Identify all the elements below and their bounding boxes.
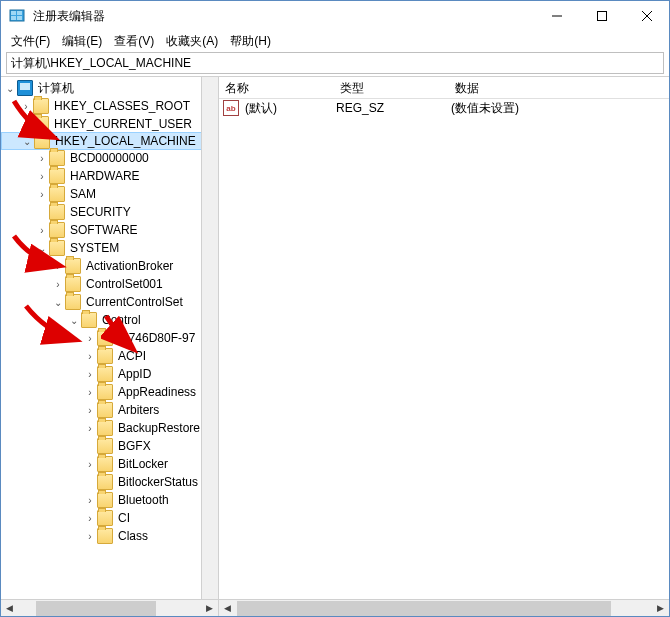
menu-view[interactable]: 查看(V) (108, 31, 160, 52)
tree-label: HARDWARE (68, 169, 142, 183)
expander-icon[interactable]: › (83, 529, 97, 543)
tree-label: Class (116, 529, 150, 543)
column-data[interactable]: 数据 (449, 77, 669, 98)
tree-item-security[interactable]: › SECURITY (1, 203, 218, 221)
folder-icon (49, 222, 65, 238)
expander-icon[interactable]: › (83, 493, 97, 507)
minimize-button[interactable] (534, 1, 579, 31)
tree-label: Bluetooth (116, 493, 171, 507)
expander-icon[interactable]: › (35, 169, 49, 183)
expander-icon[interactable]: › (83, 421, 97, 435)
tree-item[interactable]: ›CI (1, 509, 218, 527)
tree-label: CurrentControlSet (84, 295, 185, 309)
tree-item[interactable]: ›AppReadiness (1, 383, 218, 401)
expander-icon[interactable]: › (51, 259, 65, 273)
tree-item-software[interactable]: › SOFTWARE (1, 221, 218, 239)
tree-item[interactable]: ›BitLocker (1, 455, 218, 473)
list-header: 名称 类型 数据 (219, 77, 669, 99)
folder-icon (97, 330, 113, 346)
tree-item-activationbroker[interactable]: › ActivationBroker (1, 257, 218, 275)
scroll-track[interactable] (18, 600, 201, 617)
expander-icon[interactable]: › (19, 99, 33, 113)
expander-icon[interactable]: › (83, 457, 97, 471)
tree-vscrollbar[interactable] (201, 77, 218, 599)
tree-label: SECURITY (68, 205, 133, 219)
expander-icon[interactable]: ⌄ (67, 313, 81, 327)
tree-item-sam[interactable]: › SAM (1, 185, 218, 203)
tree-item[interactable]: ›ACPI (1, 347, 218, 365)
menu-help[interactable]: 帮助(H) (224, 31, 277, 52)
tree-item-controlset001[interactable]: › ControlSet001 (1, 275, 218, 293)
value-row-default[interactable]: ab (默认) REG_SZ (数值未设置) (219, 99, 669, 117)
scroll-thumb[interactable] (36, 601, 156, 616)
tree-item-computer[interactable]: ⌄ 计算机 (1, 79, 218, 97)
expander-icon[interactable]: › (83, 349, 97, 363)
expander-icon[interactable]: › (19, 117, 33, 131)
address-bar[interactable]: 计算机\HKEY_LOCAL_MACHINE (6, 52, 664, 74)
tree-item-bcd[interactable]: › BCD00000000 (1, 149, 218, 167)
expander-icon[interactable]: › (83, 367, 97, 381)
value-type: REG_SZ (334, 101, 449, 115)
tree-label: AppReadiness (116, 385, 198, 399)
scroll-track[interactable] (236, 600, 652, 617)
tree-item[interactable]: ›Bluetooth (1, 491, 218, 509)
expander-icon[interactable]: › (83, 511, 97, 525)
expander-icon[interactable]: ⌄ (20, 134, 34, 148)
scroll-left-icon[interactable]: ◀ (219, 600, 236, 617)
folder-icon (34, 133, 50, 149)
expander-icon[interactable]: › (35, 187, 49, 201)
svg-rect-1 (11, 11, 16, 15)
tree-scroll[interactable]: ⌄ 计算机 › HKEY_CLASSES_ROOT › HKEY_CURRENT… (1, 77, 218, 599)
tree-item[interactable]: ›BackupRestore (1, 419, 218, 437)
column-type[interactable]: 类型 (334, 77, 449, 98)
folder-icon (97, 438, 113, 454)
folder-icon (65, 276, 81, 292)
expander-icon[interactable]: › (51, 277, 65, 291)
folder-icon (97, 420, 113, 436)
tree-item-currentcontrolset[interactable]: ⌄ CurrentControlSet (1, 293, 218, 311)
tree-item-control[interactable]: ⌄ Control (1, 311, 218, 329)
registry-tree: ⌄ 计算机 › HKEY_CLASSES_ROOT › HKEY_CURRENT… (1, 77, 218, 547)
close-icon (642, 11, 652, 21)
scroll-thumb[interactable] (237, 601, 611, 616)
expander-icon[interactable]: › (83, 403, 97, 417)
tree-hscrollbar[interactable]: ◀ ▶ (1, 599, 218, 616)
svg-rect-2 (17, 11, 22, 15)
expander-icon[interactable]: › (83, 331, 97, 345)
tree-item-hkcu[interactable]: › HKEY_CURRENT_USER (1, 115, 218, 133)
expander-icon[interactable]: › (35, 223, 49, 237)
scroll-right-icon[interactable]: ▶ (652, 600, 669, 617)
tree-item[interactable]: ›BGFX (1, 437, 218, 455)
list-hscrollbar[interactable]: ◀ ▶ (219, 599, 669, 616)
tree-item[interactable]: ›Arbiters (1, 401, 218, 419)
window-title: 注册表编辑器 (33, 8, 534, 25)
title-bar: 注册表编辑器 (1, 1, 669, 31)
close-button[interactable] (624, 1, 669, 31)
scroll-left-icon[interactable]: ◀ (1, 600, 18, 617)
expander-icon[interactable]: ⌄ (51, 295, 65, 309)
tree-label: ACPI (116, 349, 148, 363)
column-name[interactable]: 名称 (219, 77, 334, 98)
folder-icon (97, 348, 113, 364)
tree-label: 计算机 (36, 80, 76, 97)
value-pane: 名称 类型 数据 ab (默认) REG_SZ (数值未设置) ◀ ▶ (219, 77, 669, 616)
tree-item[interactable]: ›{7746D80F-97 (1, 329, 218, 347)
maximize-button[interactable] (579, 1, 624, 31)
menu-favorites[interactable]: 收藏夹(A) (160, 31, 224, 52)
tree-item-hardware[interactable]: › HARDWARE (1, 167, 218, 185)
expander-icon[interactable]: › (83, 385, 97, 399)
scroll-right-icon[interactable]: ▶ (201, 600, 218, 617)
tree-item[interactable]: ›Class (1, 527, 218, 545)
menu-edit[interactable]: 编辑(E) (56, 31, 108, 52)
menu-bar: 文件(F) 编辑(E) 查看(V) 收藏夹(A) 帮助(H) (1, 31, 669, 51)
tree-item[interactable]: ›BitlockerStatus (1, 473, 218, 491)
expander-icon[interactable]: › (35, 151, 49, 165)
menu-file[interactable]: 文件(F) (5, 31, 56, 52)
expander-icon[interactable]: ⌄ (3, 81, 17, 95)
tree-item-hklm[interactable]: ⌄ HKEY_LOCAL_MACHINE (1, 132, 218, 150)
tree-item-system[interactable]: ⌄ SYSTEM (1, 239, 218, 257)
tree-item-hkcr[interactable]: › HKEY_CLASSES_ROOT (1, 97, 218, 115)
expander-icon[interactable]: ⌄ (35, 241, 49, 255)
folder-icon (97, 474, 113, 490)
tree-item[interactable]: ›AppID (1, 365, 218, 383)
